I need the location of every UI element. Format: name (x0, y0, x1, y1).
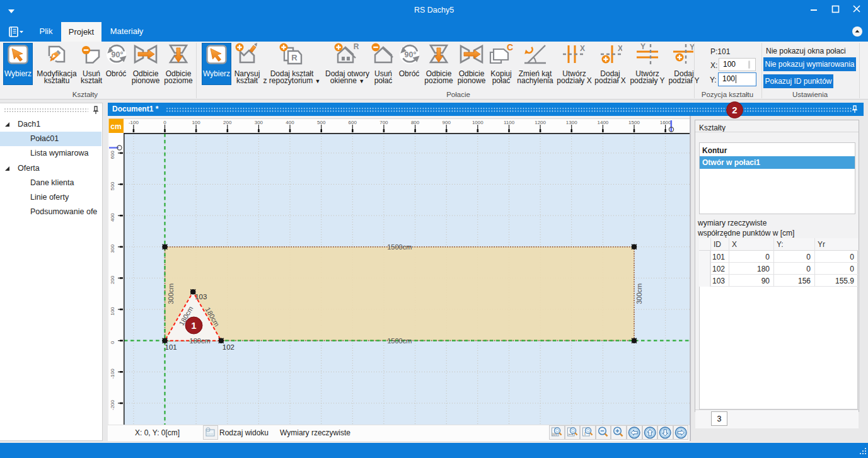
svg-text:-200: -200 (110, 399, 115, 410)
svg-text:900: 900 (443, 120, 451, 125)
svg-text:1600: 1600 (660, 120, 671, 125)
svg-text:90°: 90° (111, 50, 123, 59)
svg-text:300: 300 (255, 120, 263, 125)
svg-text:-100: -100 (129, 120, 139, 125)
svg-text:cm: cm (110, 122, 121, 131)
svg-text:101: 101 (165, 343, 177, 351)
svg-text:500: 500 (110, 181, 115, 190)
svg-text:800: 800 (411, 120, 420, 125)
svg-text:600: 600 (349, 120, 357, 125)
svg-text:X: X (580, 44, 585, 53)
svg-text:300cm: 300cm (635, 283, 643, 304)
svg-text:1400: 1400 (598, 120, 609, 125)
svg-text:1300: 1300 (566, 120, 577, 125)
svg-text:300cm: 300cm (167, 283, 175, 304)
svg-text:X: X (618, 44, 622, 53)
svg-text:102: 102 (223, 343, 234, 351)
svg-text:1000: 1000 (472, 120, 483, 125)
svg-text:400: 400 (286, 120, 294, 125)
svg-text:Y: Y (640, 43, 645, 51)
svg-text:1: 1 (191, 320, 196, 331)
svg-text:-100: -100 (110, 369, 115, 379)
svg-text:100: 100 (110, 307, 115, 316)
svg-text:0: 0 (110, 341, 115, 344)
svg-text:R: R (291, 53, 298, 62)
svg-text:1500cm: 1500cm (387, 337, 412, 345)
svg-text:500: 500 (317, 120, 326, 125)
svg-text:90°: 90° (404, 50, 416, 59)
svg-text:1500: 1500 (628, 120, 640, 125)
svg-text:1200: 1200 (535, 120, 546, 125)
svg-text:0: 0 (163, 120, 166, 125)
svg-text:700: 700 (379, 120, 388, 125)
svg-text:103: 103 (195, 293, 207, 301)
svg-text:600: 600 (110, 151, 115, 159)
svg-text:R: R (354, 43, 359, 51)
svg-text:200: 200 (223, 120, 232, 125)
svg-text:400: 400 (110, 213, 115, 222)
svg-text:100: 100 (192, 120, 200, 125)
svg-text:200: 200 (110, 275, 115, 284)
svg-text:300: 300 (110, 244, 115, 253)
svg-text:C: C (507, 44, 513, 52)
svg-text:1500cm: 1500cm (387, 243, 412, 251)
svg-text:1100: 1100 (504, 120, 515, 125)
svg-text:180cm: 180cm (190, 337, 211, 345)
